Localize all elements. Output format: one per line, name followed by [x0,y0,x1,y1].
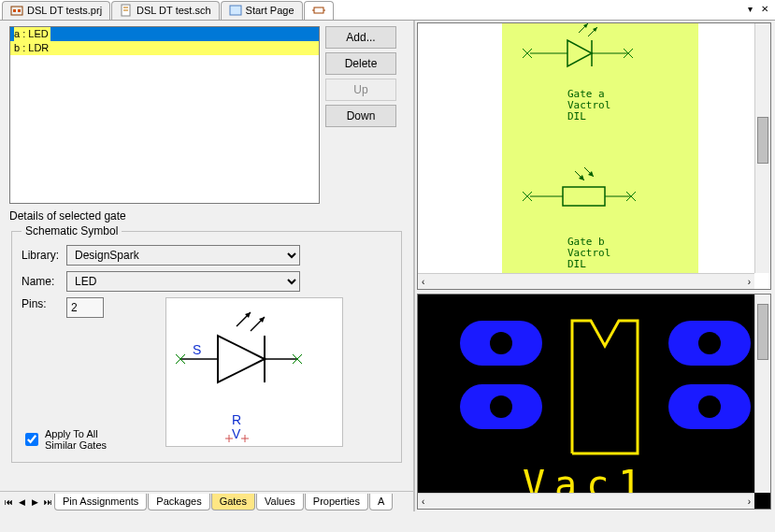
svg-rect-2 [18,9,21,12]
gate-row[interactable]: a : LED [10,27,319,41]
apply-checkbox[interactable] [25,433,38,446]
svg-rect-0 [11,7,22,15]
svg-rect-6 [230,6,241,15]
group-legend: Schematic Symbol [22,224,122,237]
tab-label: DSL DT test.sch [136,5,210,16]
name-select[interactable]: LED [66,271,300,292]
tab-schematic-file[interactable]: DSL DT test.sch [111,1,219,20]
tab-controls: ▾ ✕ [743,2,771,15]
symbol-preview: S [165,297,343,447]
schematic-symbol-group: Schematic Symbol Library: DesignSpark Na… [11,224,402,463]
pins-label: Pins: [22,297,61,310]
component-icon [312,4,325,17]
svg-rect-7 [314,7,323,13]
vertical-scrollbar[interactable] [754,23,770,273]
pcb-view[interactable]: Vac1 ‹ › [417,294,771,510]
svg-rect-1 [13,9,16,12]
last-tab-button[interactable]: ⏭ [41,495,54,510]
details-group: Details of selected gate Schematic Symbo… [9,209,404,463]
tab-start-page[interactable]: Start Page [221,1,303,20]
scroll-left-icon[interactable]: ‹ [418,496,428,507]
tab-values[interactable]: Values [256,494,304,510]
pin-s-label: S [193,342,201,357]
library-select[interactable]: DesignSpark [66,245,300,266]
add-button[interactable]: Add... [325,26,396,49]
gates-editor: a : LED b : LDR Add... Delete Up Down De… [0,21,413,491]
gate-a-label: Gate a Vactrol DIL [567,89,610,122]
first-tab-button[interactable]: ⏮ [2,495,15,510]
pin-r-label: R [232,412,241,427]
tab-gates[interactable]: Gates [211,494,255,510]
tab-project[interactable]: DSL DT tests.prj [2,1,110,20]
apply-to-all: Apply To All Similar Gates [22,428,107,451]
gates-top: a : LED b : LDR Add... Delete Up Down [9,26,404,204]
svg-rect-41 [563,187,605,206]
tab-packages[interactable]: Packages [148,494,209,510]
pins-input [66,297,104,318]
pin-v-label: V [232,426,241,441]
library-label: Library: [22,249,61,262]
gates-buttons: Add... Delete Up Down [325,26,396,204]
delete-button[interactable]: Delete [325,52,396,75]
down-button[interactable]: Down [325,105,396,127]
library-row: Library: DesignSpark [22,245,392,266]
horizontal-scrollbar[interactable]: ‹ › [418,273,754,289]
up-button[interactable]: Up [325,79,396,101]
bottom-tabs: ⏮ ◀ ▶ ⏭ Pin Assignments Packages Gates V… [0,491,413,511]
schematic-file-icon [120,4,133,17]
main-area: a : LED b : LDR Add... Delete Up Down De… [0,21,775,511]
gate-row-label: b : LDR [14,42,49,53]
pins-row: Pins: S [22,297,392,447]
left-panel: a : LED b : LDR Add... Delete Up Down De… [0,21,415,511]
close-icon[interactable]: ✕ [758,2,771,15]
name-row: Name: LED [22,271,392,292]
tab-pin-assignments[interactable]: Pin Assignments [54,494,147,510]
tab-properties[interactable]: Properties [305,494,368,510]
gates-list[interactable]: a : LED b : LDR [9,26,320,204]
start-page-icon [229,4,242,17]
gate-row-label: a : LED [14,27,50,41]
project-icon [10,4,23,17]
gate-b-ldr [523,167,636,206]
name-label: Name: [22,275,61,288]
tab-component-editor[interactable] [304,1,334,20]
apply-label: Apply To All Similar Gates [45,428,107,451]
gate-b-label: Gate b Vactrol DIL [567,237,610,270]
vertical-scrollbar[interactable] [754,295,770,493]
details-title: Details of selected gate [9,209,404,223]
svg-marker-29 [567,40,592,66]
gate-row[interactable]: b : LDR [10,41,319,55]
next-tab-button[interactable]: ▶ [28,495,41,510]
scroll-right-icon[interactable]: › [744,277,754,287]
chevron-down-icon[interactable]: ▾ [743,2,756,15]
schematic-view[interactable]: Gate a Vactrol DIL Gate b Vactrol DIL ‹ … [417,22,771,290]
scroll-right-icon[interactable]: › [744,496,754,507]
scroll-left-icon[interactable]: ‹ [418,277,428,287]
tab-label: Start Page [246,5,294,16]
right-panel: Gate a Vactrol DIL Gate b Vactrol DIL ‹ … [415,21,773,511]
prev-tab-button[interactable]: ◀ [15,495,28,510]
svg-marker-13 [218,336,265,382]
gate-a-diode [523,23,633,66]
document-tabs: DSL DT tests.prj DSL DT test.sch Start P… [0,0,775,21]
tab-assoc[interactable]: A [369,494,393,510]
tab-label: DSL DT tests.prj [27,5,102,16]
horizontal-scrollbar[interactable]: ‹ › [418,493,754,509]
